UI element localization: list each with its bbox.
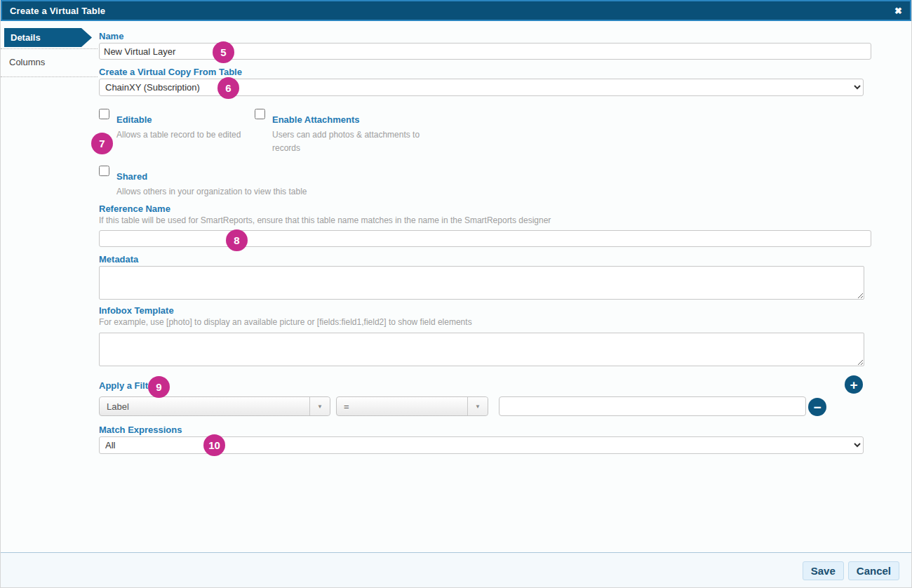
minus-icon: −: [813, 401, 821, 414]
filter-operator-select[interactable]: = ▼: [336, 396, 488, 416]
filter-operator-value: =: [337, 397, 467, 415]
cancel-button[interactable]: Cancel: [848, 561, 899, 580]
metadata-textarea[interactable]: [99, 266, 864, 300]
chevron-down-icon: ▼: [309, 397, 330, 415]
step-badge-7: 7: [91, 133, 113, 154]
add-filter-button[interactable]: +: [845, 375, 863, 394]
filter-field-select[interactable]: Label ▼: [99, 396, 330, 416]
reference-name-input[interactable]: [99, 230, 871, 247]
name-label: Name: [99, 31, 871, 41]
reference-name-description: If this table will be used for SmartRepo…: [99, 215, 871, 225]
filter-row: Label ▼ = ▼ −: [99, 396, 871, 416]
dialog-title: Create a Virtual Table: [10, 6, 105, 16]
save-button[interactable]: Save: [803, 561, 844, 580]
step-badge-6: 6: [217, 77, 239, 99]
editable-description: Allows a table record to be edited: [116, 128, 241, 142]
metadata-label: Metadata: [99, 254, 871, 265]
tab-details[interactable]: Details: [4, 28, 92, 47]
copy-from-select[interactable]: ChainXY (Subscription): [99, 79, 864, 96]
enable-attachments-checkbox[interactable]: [255, 109, 265, 119]
shared-checkbox[interactable]: [99, 166, 109, 176]
editable-label: Editable: [116, 114, 241, 125]
reference-name-label: Reference Name: [99, 203, 871, 214]
editable-checkbox[interactable]: [99, 109, 109, 119]
tab-columns[interactable]: Columns: [1, 49, 98, 75]
shared-description: Allows others in your organization to vi…: [116, 185, 307, 199]
tab-details-label: Details: [11, 32, 41, 43]
dialog-footer: Save Cancel: [1, 552, 911, 587]
dialog-titlebar: Create a Virtual Table ✖: [1, 0, 911, 21]
step-badge-5: 5: [213, 41, 234, 63]
details-form: Name Create a Virtual Copy From Table Ch…: [99, 28, 871, 547]
chevron-down-icon: ▼: [467, 397, 488, 415]
checkbox-row: Editable Allows a table record to be edi…: [99, 109, 871, 155]
shared-group: Shared Allows others in your organizatio…: [99, 166, 871, 199]
enable-attachments-label: Enable Attachments: [272, 114, 425, 125]
enable-attachments-description: Users can add photos & attachments to re…: [272, 128, 425, 155]
create-virtual-table-dialog: Create a Virtual Table ✖ Details Columns…: [0, 0, 912, 588]
shared-label: Shared: [116, 171, 307, 182]
infobox-template-label: Infobox Template: [99, 305, 871, 316]
editable-group: Editable Allows a table record to be edi…: [99, 109, 255, 155]
step-badge-8: 8: [226, 229, 248, 251]
step-badge-10: 10: [203, 434, 225, 456]
close-icon[interactable]: ✖: [894, 6, 902, 15]
sidebar-divider: [1, 76, 98, 77]
match-expressions-label: Match Expressions: [99, 425, 871, 435]
filter-value-input[interactable]: [499, 396, 806, 416]
filter-field-value: Label: [100, 397, 309, 415]
step-badge-9: 9: [148, 376, 170, 398]
enable-attachments-group: Enable Attachments Users can add photos …: [255, 109, 425, 155]
sidebar: Details Columns: [1, 28, 98, 77]
plus-icon: +: [850, 378, 857, 392]
infobox-template-textarea[interactable]: [99, 333, 864, 366]
apply-filter-label: Apply a Filter: [99, 380, 871, 391]
copy-from-label: Create a Virtual Copy From Table: [99, 67, 871, 77]
tab-columns-label: Columns: [9, 57, 45, 67]
infobox-template-description: For example, use [photo] to display an a…: [99, 317, 871, 327]
remove-filter-button[interactable]: −: [808, 398, 826, 416]
